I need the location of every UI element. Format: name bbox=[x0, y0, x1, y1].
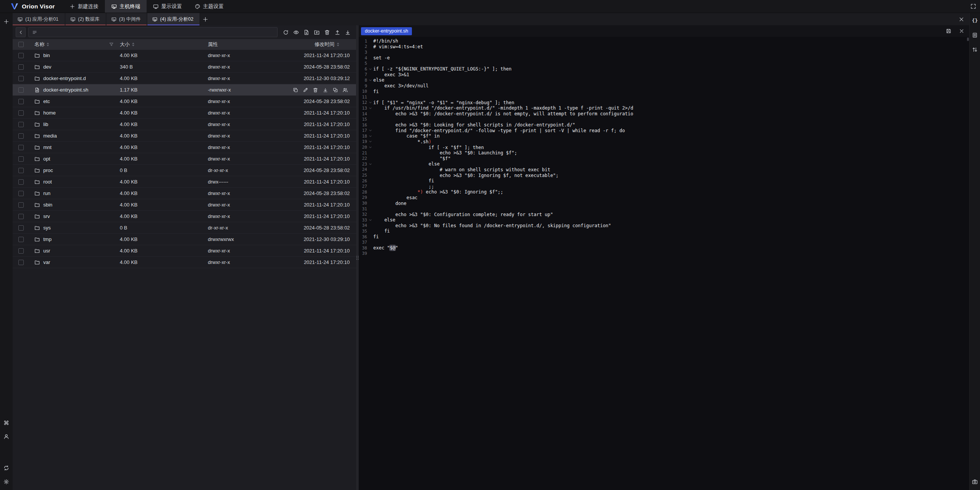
fold-icon[interactable] bbox=[367, 79, 373, 82]
editor-close-button[interactable] bbox=[958, 27, 965, 35]
code-line[interactable]: 13 if /usr/bin/find "/docker-entrypoint.… bbox=[359, 105, 969, 111]
path-input[interactable] bbox=[40, 29, 274, 35]
code-editor[interactable]: 1#!/bin/sh2# vim:sw=4:ts=4:et34set -e56i… bbox=[359, 37, 969, 490]
code-line[interactable]: 26 fi bbox=[359, 178, 969, 184]
terminal-tab[interactable]: (1) 应用-分析01 bbox=[13, 13, 65, 25]
file-row[interactable]: var 4.00 KB drwxr-xr-x 2021-11-24 17:20:… bbox=[13, 257, 356, 268]
file-row[interactable]: media 4.00 KB drwxr-xr-x 2021-11-24 17:2… bbox=[13, 130, 356, 142]
file-row[interactable]: tmp 4.00 KB drwxrwxrwx 2021-12-30 03:29:… bbox=[13, 234, 356, 245]
code-line[interactable]: 1#!/bin/sh bbox=[359, 38, 969, 44]
code-line[interactable]: 31 bbox=[359, 206, 969, 212]
file-plus-button[interactable] bbox=[302, 28, 311, 37]
panel-resize-handle[interactable] bbox=[356, 25, 359, 490]
row-checkbox[interactable] bbox=[18, 168, 24, 173]
file-row[interactable]: run 4.00 KB drwxr-xr-x 2024-05-28 23:58:… bbox=[13, 188, 356, 199]
row-checkbox[interactable] bbox=[18, 53, 24, 58]
user-button[interactable] bbox=[2, 432, 11, 441]
file-row[interactable]: bin 4.00 KB drwxr-xr-x 2021-11-24 17:20:… bbox=[13, 50, 356, 61]
row-checkbox[interactable] bbox=[18, 214, 24, 219]
upload-button[interactable] bbox=[333, 28, 342, 37]
fullscreen-button[interactable] bbox=[969, 2, 978, 11]
code-line[interactable]: 30 done bbox=[359, 200, 969, 206]
download-button[interactable] bbox=[343, 28, 353, 37]
fold-icon[interactable] bbox=[367, 134, 373, 138]
row-action-download[interactable] bbox=[321, 86, 329, 94]
fold-icon[interactable] bbox=[367, 218, 373, 222]
code-line[interactable]: 10fi bbox=[359, 88, 969, 94]
code-line[interactable]: 5 bbox=[359, 61, 969, 66]
code-line[interactable]: 27 ;; bbox=[359, 184, 969, 189]
row-action-permission[interactable] bbox=[341, 86, 349, 94]
file-row[interactable]: docker-entrypoint.d 4.00 KB drwxr-xr-x 2… bbox=[13, 73, 356, 84]
row-checkbox[interactable] bbox=[18, 191, 24, 196]
file-row[interactable]: proc 0 B dr-xr-xr-x 2024-05-28 23:58:02 bbox=[13, 165, 356, 176]
code-line[interactable]: 25 echo >&3 "$0: Ignoring $f, not execut… bbox=[359, 172, 969, 178]
code-line[interactable]: 32 echo >&3 "$0: Configuration complete;… bbox=[359, 211, 969, 217]
code-line[interactable]: 33 else bbox=[359, 217, 969, 223]
back-button[interactable] bbox=[16, 27, 26, 37]
file-row[interactable]: lib 4.00 KB drwxr-xr-x 2021-11-24 17:20:… bbox=[13, 119, 356, 130]
command-button[interactable] bbox=[2, 418, 11, 427]
trash-button[interactable] bbox=[322, 28, 332, 37]
row-action-edit[interactable] bbox=[301, 86, 309, 94]
terminal-tab[interactable]: (2) 数据库 bbox=[65, 13, 106, 25]
code-line[interactable]: 6if [ -z "${NGINX_ENTRYPOINT_QUIET_LOGS:… bbox=[359, 66, 969, 72]
file-row[interactable]: etc 4.00 KB drwxr-xr-x 2024-05-28 23:58:… bbox=[13, 96, 356, 107]
code-line[interactable]: 14 echo >&3 "$0: /docker-entrypoint.d/ i… bbox=[359, 111, 969, 117]
code-line[interactable]: 22 "$f" bbox=[359, 156, 969, 161]
file-row[interactable]: srv 4.00 KB drwxr-xr-x 2021-11-24 17:20:… bbox=[13, 211, 356, 222]
code-line[interactable]: 11 bbox=[359, 94, 969, 100]
editor-file-tab[interactable]: docker-entrypoint.sh bbox=[361, 27, 412, 35]
row-checkbox[interactable] bbox=[18, 248, 24, 254]
fold-icon[interactable] bbox=[367, 146, 373, 149]
file-row[interactable]: sbin 4.00 KB drwxr-xr-x 2021-11-24 17:20… bbox=[13, 199, 356, 211]
row-checkbox[interactable] bbox=[18, 99, 24, 104]
row-checkbox[interactable] bbox=[18, 260, 24, 265]
row-checkbox[interactable] bbox=[18, 156, 24, 162]
code-line[interactable]: 20 if [ -x "$f" ]; then bbox=[359, 144, 969, 150]
row-checkbox[interactable] bbox=[18, 122, 24, 127]
code-line[interactable]: 28 *) echo >&3 "$0: Ignoring $f";; bbox=[359, 189, 969, 195]
row-checkbox[interactable] bbox=[18, 133, 24, 139]
select-all-checkbox[interactable] bbox=[18, 42, 24, 47]
row-checkbox[interactable] bbox=[18, 202, 24, 208]
code-line[interactable]: 7 exec 3>&1 bbox=[359, 72, 969, 78]
save-button[interactable] bbox=[945, 27, 952, 35]
row-checkbox[interactable] bbox=[18, 87, 24, 93]
sync-button[interactable] bbox=[2, 463, 11, 472]
camera-button[interactable] bbox=[971, 478, 979, 486]
settings-button[interactable] bbox=[2, 477, 11, 486]
nav-item-plus[interactable]: 新建连接 bbox=[63, 0, 105, 13]
fold-icon[interactable] bbox=[367, 107, 373, 110]
code-line[interactable]: 17 find "/docker-entrypoint.d/" -follow … bbox=[359, 128, 969, 134]
file-row[interactable]: usr 4.00 KB drwxr-xr-x 2021-11-24 17:20:… bbox=[13, 245, 356, 257]
file-row[interactable]: opt 4.00 KB drwxr-xr-x 2021-11-24 17:20:… bbox=[13, 153, 356, 165]
fold-icon[interactable] bbox=[367, 140, 373, 143]
code-line[interactable]: 36fi bbox=[359, 234, 969, 240]
editor-scrollbar[interactable] bbox=[967, 38, 969, 41]
clipboard-button[interactable] bbox=[971, 31, 979, 39]
file-row[interactable]: home 4.00 KB drwxr-xr-x 2021-11-24 17:20… bbox=[13, 107, 356, 119]
file-row[interactable]: sys 0 B dr-xr-xr-x 2024-05-28 23:58:02 bbox=[13, 222, 356, 234]
code-line[interactable]: 39 bbox=[359, 251, 969, 257]
row-action-duplicate[interactable] bbox=[331, 86, 339, 94]
row-checkbox[interactable] bbox=[18, 64, 24, 70]
code-line[interactable]: 21 echo >&3 "$0: Launching $f"; bbox=[359, 150, 969, 156]
nav-item-terminal[interactable]: 主机终端 bbox=[105, 0, 147, 13]
row-checkbox[interactable] bbox=[18, 237, 24, 242]
sort-size-icon[interactable] bbox=[132, 43, 134, 47]
row-checkbox[interactable] bbox=[18, 179, 24, 185]
row-checkbox[interactable] bbox=[18, 225, 24, 231]
fold-icon[interactable] bbox=[367, 162, 373, 166]
refresh-button[interactable] bbox=[281, 28, 291, 37]
swap-vertical-button[interactable] bbox=[971, 45, 979, 54]
code-line[interactable]: 24 # warn on shell scripts without exec … bbox=[359, 167, 969, 173]
code-line[interactable]: 18 case "$f" in bbox=[359, 133, 969, 139]
row-checkbox[interactable] bbox=[18, 145, 24, 150]
code-line[interactable]: 38exec "$@" bbox=[359, 245, 969, 251]
code-line[interactable]: 19 *.sh) bbox=[359, 139, 969, 145]
code-line[interactable]: 9 exec 3>/dev/null bbox=[359, 83, 969, 89]
code-line[interactable]: 16 echo >&3 "$0: Looking for shell scrip… bbox=[359, 122, 969, 128]
terminal-tab[interactable]: (3) 中间件 bbox=[106, 13, 147, 25]
add-tab-button[interactable] bbox=[199, 13, 211, 25]
